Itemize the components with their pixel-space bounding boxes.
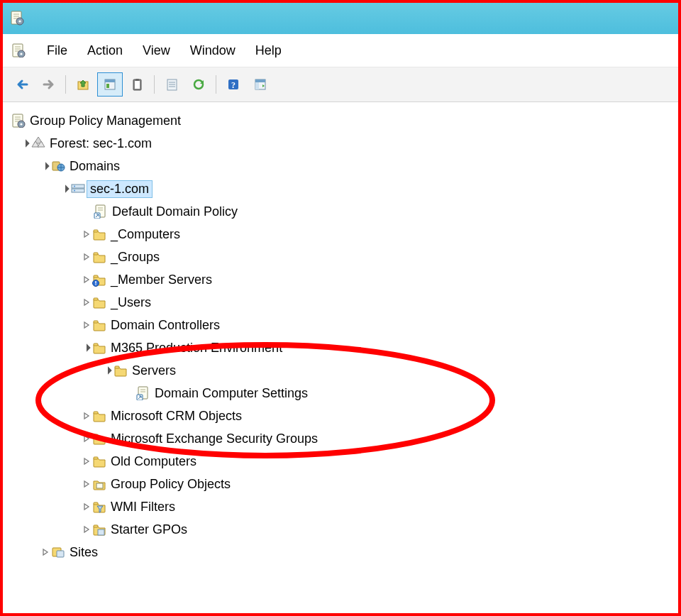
ou-icon	[92, 409, 108, 423]
expander-closed-icon[interactable]	[81, 433, 92, 444]
tree-domain-label: sec-1.com	[87, 180, 153, 198]
tree-member-servers-label: _Member Servers	[108, 272, 215, 288]
expander-closed-icon[interactable]	[81, 410, 92, 422]
tb-properties[interactable]	[97, 72, 123, 97]
expander-closed-icon[interactable]	[81, 456, 92, 467]
expander-closed-icon[interactable]	[81, 229, 92, 240]
wmi-filters-icon	[92, 500, 108, 514]
tree-member-servers[interactable]: _Member Servers	[7, 268, 674, 291]
menu-view[interactable]: View	[143, 43, 170, 58]
nav-tree[interactable]: Group Policy Management Forest: sec-1.co…	[3, 102, 678, 563]
tree-old-computers-label: Old Computers	[108, 453, 199, 470]
menu-file[interactable]: File	[47, 43, 67, 58]
tree-starter-gpos[interactable]: Starter GPOs	[7, 518, 674, 541]
gpo-link-icon	[136, 386, 152, 400]
tree-servers[interactable]: Servers	[7, 359, 674, 382]
tree-mscrm[interactable]: Microsoft CRM Objects	[7, 405, 674, 427]
menu-app-icon[interactable]	[11, 43, 27, 57]
tree-sites[interactable]: Sites	[7, 541, 674, 563]
tb-refresh[interactable]	[186, 72, 211, 97]
ou-icon	[92, 454, 108, 468]
arrow-right-icon	[41, 77, 55, 92]
expander-closed-icon[interactable]	[81, 524, 92, 535]
app-icon	[10, 11, 27, 26]
ou-icon	[92, 250, 108, 264]
tb-document[interactable]	[159, 72, 184, 97]
tb-up[interactable]	[70, 72, 96, 97]
tb-sep	[154, 75, 155, 94]
tree-wmi[interactable]: WMI Filters	[7, 495, 674, 518]
menubar: File Action View Window Help	[3, 34, 678, 67]
tree-exchange-groups[interactable]: Microsoft Exchange Security Groups	[7, 427, 674, 450]
expander-closed-icon[interactable]	[81, 251, 92, 263]
gpmc-icon	[11, 43, 27, 57]
tree-computers[interactable]: _Computers	[7, 223, 674, 246]
tree-groups[interactable]: _Groups	[7, 246, 674, 268]
menu-window[interactable]: Window	[190, 43, 236, 58]
tree-sites-label: Sites	[67, 544, 101, 561]
tree-mscrm-label: Microsoft CRM Objects	[108, 408, 245, 424]
folder-up-icon	[76, 77, 90, 92]
expander-closed-icon[interactable]	[81, 501, 92, 512]
tree-gpo[interactable]: Group Policy Objects	[7, 473, 674, 495]
tb-clipboard[interactable]	[124, 72, 150, 97]
sites-icon	[51, 545, 67, 559]
tree-computers-label: _Computers	[108, 226, 183, 243]
tree-old-computers[interactable]: Old Computers	[7, 450, 674, 473]
ou-icon	[92, 295, 108, 309]
tree-root-label: Group Policy Management	[27, 113, 184, 129]
properties-icon	[103, 77, 117, 92]
tree-domains-label: Domains	[67, 158, 123, 175]
ou-icon	[114, 363, 129, 378]
ou-icon	[92, 341, 108, 355]
expander-open-icon[interactable]	[60, 183, 71, 194]
tree-users-label: _Users	[108, 295, 154, 311]
help-icon	[226, 77, 240, 92]
tree-m365-label: M365 Production Environment	[108, 340, 285, 356]
tree-servers-label: Servers	[129, 363, 179, 379]
menu-action[interactable]: Action	[87, 43, 123, 58]
expander-open-icon[interactable]	[102, 365, 114, 376]
domain-icon	[71, 182, 87, 196]
expander-closed-icon[interactable]	[81, 478, 92, 490]
menu-help[interactable]: Help	[255, 43, 282, 58]
tree-users[interactable]: _Users	[7, 291, 674, 314]
titlebar	[3, 3, 678, 34]
starter-gpos-icon	[92, 522, 108, 537]
toolbar	[3, 67, 678, 102]
tree-domain[interactable]: sec-1.com	[7, 177, 674, 200]
tree-default-domain-policy[interactable]: Default Domain Policy	[7, 200, 674, 223]
arrow-left-icon	[14, 77, 28, 92]
tree-domains[interactable]: Domains	[7, 155, 674, 177]
tree-forest-label: Forest: sec-1.com	[47, 136, 155, 152]
tree-forest[interactable]: Forest: sec-1.com	[7, 132, 674, 155]
forest-icon	[31, 136, 47, 150]
expander-open-icon[interactable]	[81, 342, 92, 353]
tb-sep	[65, 75, 66, 94]
tb-showpane[interactable]	[248, 72, 273, 97]
expander-closed-icon[interactable]	[81, 274, 92, 285]
expander-open-icon[interactable]	[20, 138, 31, 149]
tree-domain-computer-settings[interactable]: Domain Computer Settings	[7, 382, 674, 405]
tb-back[interactable]	[9, 72, 34, 97]
expander-open-icon[interactable]	[40, 160, 51, 172]
expander-closed-icon[interactable]	[40, 546, 51, 558]
domains-icon	[51, 159, 67, 173]
ou-icon	[92, 227, 108, 241]
refresh-icon	[192, 77, 206, 92]
ou-alert-icon	[92, 273, 108, 287]
tb-forward[interactable]	[35, 72, 61, 97]
tree-root[interactable]: Group Policy Management	[7, 109, 674, 132]
tb-help[interactable]	[221, 72, 246, 97]
expander-closed-icon[interactable]	[81, 319, 92, 331]
expander-closed-icon[interactable]	[81, 297, 92, 308]
tree-dcs-label: Domain Computer Settings	[152, 385, 311, 402]
tree-m365[interactable]: M365 Production Environment	[7, 336, 674, 359]
tree-domain-controllers[interactable]: Domain Controllers	[7, 314, 674, 336]
gpo-folder-icon	[92, 477, 108, 491]
tree-default-domain-policy-label: Default Domain Policy	[109, 204, 240, 220]
tree-domain-controllers-label: Domain Controllers	[108, 317, 223, 334]
gpmc-icon	[11, 114, 27, 128]
tree-groups-label: _Groups	[108, 249, 162, 265]
gpo-link-icon	[94, 204, 109, 219]
